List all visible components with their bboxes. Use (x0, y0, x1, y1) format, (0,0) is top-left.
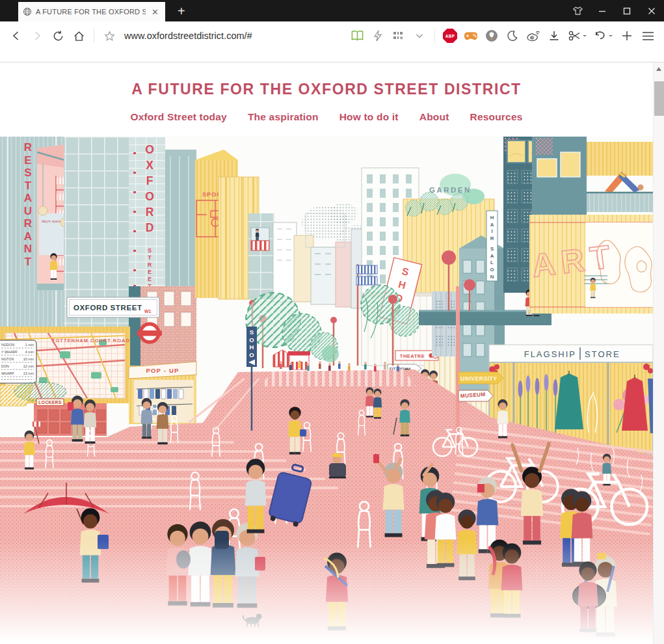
add-panel-plus-icon[interactable] (617, 26, 637, 46)
main-navigation: Oxford Street today The aspiration How t… (0, 111, 653, 123)
snapshot-icon[interactable] (389, 26, 408, 46)
balcony-building (248, 213, 274, 299)
tree (322, 345, 339, 362)
reader-book-icon[interactable] (347, 26, 367, 46)
svg-text:Y WHARF: Y WHARF (1, 350, 18, 354)
address-url[interactable]: www.oxfordstreetdistrict.com/# (124, 31, 252, 41)
svg-text:13 min: 13 min (23, 371, 34, 375)
pavement-fade (0, 540, 653, 641)
oxford-street-w1-sign: OXFORD STREET W1 (67, 297, 159, 317)
travel-times-sign: NGDON 1 min Y WHARF 4 min NGTON 10 min D… (0, 340, 36, 383)
store-label: STORE (585, 349, 620, 359)
university-label: UNIVERSITY (460, 375, 498, 382)
tab-bar: A FUTURE FOR THE OXFORD STR ✕ + (0, 0, 664, 21)
download-icon[interactable] (544, 26, 564, 46)
tab-title: A FUTURE FOR THE OXFORD STR (36, 8, 146, 16)
weibo-icon[interactable] (524, 26, 543, 46)
nav-oxford-street-today[interactable]: Oxford Street today (130, 111, 227, 123)
window-controls (565, 0, 664, 21)
new-tab-button[interactable]: + (174, 4, 189, 21)
nav-the-aspiration[interactable]: The aspiration (248, 111, 319, 123)
svg-text:4 min: 4 min (25, 350, 34, 354)
hair-salon-sign: HAIRSALON (490, 215, 494, 280)
restaurant-sign: RESTAURANT (24, 141, 32, 268)
minimize-button[interactable] (590, 0, 615, 21)
page-scrollbar[interactable] (653, 62, 664, 644)
art-gallery: ART (529, 215, 653, 314)
globe-favicon-icon (23, 7, 32, 16)
lightbulb-icon[interactable] (482, 26, 501, 46)
adblock-plus-icon[interactable]: ABP (440, 26, 460, 46)
toolbar-divider (94, 29, 94, 43)
undo-icon[interactable] (591, 26, 616, 46)
browser-toolbar: www.oxfordstreetdistrict.com/# ABP (0, 21, 664, 50)
museum-sign: MUSEUM (458, 390, 493, 401)
soho-label: SOHO (249, 329, 254, 358)
menu-hamburger-icon[interactable] (638, 26, 657, 46)
svg-text:12 min: 12 min (23, 364, 34, 368)
toolbar-bottom-strip (0, 50, 664, 62)
chevron-down-icon[interactable] (410, 26, 429, 46)
lightning-icon[interactable] (368, 26, 388, 46)
scrollbar-up-arrow-icon[interactable] (656, 67, 661, 71)
flagship-label: FLAGSHIP (524, 349, 576, 359)
svg-text:10 min: 10 min (23, 357, 34, 361)
screenshot-scissors-icon[interactable] (565, 26, 590, 46)
svg-text:NGTON: NGTON (1, 357, 14, 361)
maximize-button[interactable] (615, 0, 639, 21)
svg-text:1 min: 1 min (25, 343, 34, 347)
tab-close-icon[interactable]: ✕ (150, 7, 161, 17)
reload-button[interactable] (48, 26, 68, 46)
university-sign: UNIVERSITY (458, 372, 503, 384)
lockers-label: LOCKERS (38, 400, 61, 405)
close-window-button[interactable] (639, 0, 664, 21)
street-sign-area: W1 (144, 309, 152, 314)
street-vertical-sign: STREET (148, 247, 152, 289)
flag (356, 265, 377, 274)
oxford-street-illustration: day's special RESTAURANT (0, 137, 653, 641)
gamepad-icon[interactable] (461, 26, 481, 46)
svg-text:WHARF: WHARF (1, 371, 14, 375)
page-title: A FUTURE FOR THE OXFORD STREET DISTRICT (0, 81, 653, 98)
home-button[interactable] (69, 26, 88, 46)
night-mode-moon-icon[interactable] (503, 26, 522, 46)
toolbar-divider (434, 29, 435, 43)
underground-roundel (137, 324, 162, 342)
nav-how-to-do-it[interactable]: How to do it (339, 111, 399, 123)
pop-up-sign: POP - UP (146, 367, 179, 374)
svg-text:DON: DON (1, 364, 9, 368)
theme-shirt-icon[interactable] (565, 0, 590, 21)
forward-button[interactable] (27, 26, 47, 46)
browser-tab[interactable]: A FUTURE FOR THE OXFORD STR ✕ (18, 2, 165, 21)
nav-about[interactable]: About (419, 111, 449, 123)
scrollbar-thumb[interactable] (654, 81, 664, 116)
flag (356, 276, 377, 285)
bookmark-star-icon[interactable] (100, 26, 119, 46)
yoga-balcony (532, 137, 653, 215)
garden-label: GARDEN (429, 186, 471, 194)
browser-window: A FUTURE FOR THE OXFORD STR ✕ + (0, 0, 664, 644)
web-page: A FUTURE FOR THE OXFORD STREET DISTRICT … (0, 62, 664, 644)
nav-resources[interactable]: Resources (470, 111, 523, 123)
tottenham-court-road-label: TOTTENHAM COURT ROAD (52, 338, 130, 343)
svg-text:NGDON: NGDON (1, 343, 14, 347)
street-sign-text: OXFORD STREET (73, 304, 142, 312)
theatre-sign: THEATRE (400, 353, 425, 359)
back-button[interactable] (7, 26, 26, 46)
